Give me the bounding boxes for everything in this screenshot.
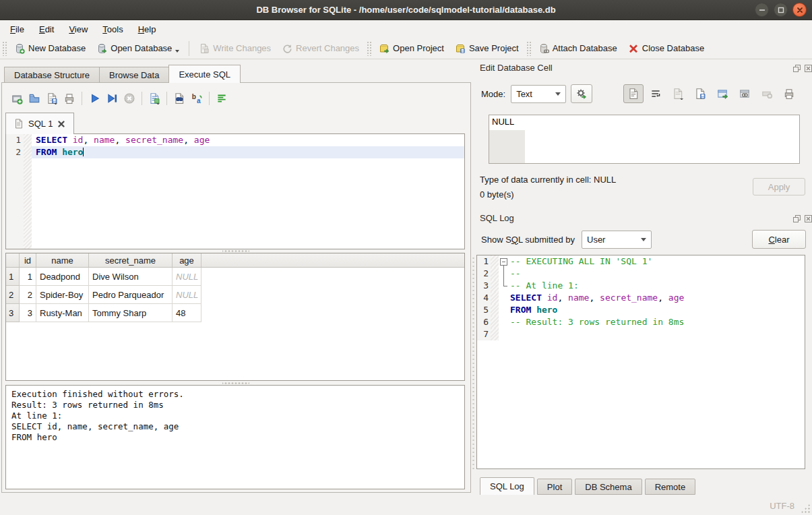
print-cell-icon[interactable] (779, 84, 799, 103)
table-cell[interactable]: 48 (173, 304, 201, 322)
sql-editor-tab[interactable]: SQL 1 (5, 113, 74, 134)
save-sql-icon[interactable] (44, 90, 60, 107)
write-changes-icon (199, 43, 210, 54)
find-icon[interactable] (171, 90, 187, 107)
mode-select[interactable]: Text (511, 85, 566, 103)
tab-database-structure[interactable]: Database Structure (4, 67, 100, 83)
print-icon[interactable] (61, 90, 77, 107)
line-number: 1 (477, 255, 491, 268)
log-line: 1-- EXECUTING ALL IN 'SQL 1' (477, 255, 805, 268)
table-cell[interactable]: 1 (20, 268, 36, 286)
results-header-row: idnamesecret_nameage (6, 253, 464, 268)
editor-line[interactable]: 2FROM hero (6, 146, 464, 158)
window-title: DB Browser for SQLite - /home/user/code/… (256, 5, 555, 15)
export-to-file-icon[interactable] (690, 84, 710, 103)
toolbar-button-label: Close Database (642, 43, 705, 53)
row-number: 3 (6, 304, 20, 322)
tab-sql-log[interactable]: SQL Log (480, 477, 534, 495)
text-mode-icon[interactable] (623, 84, 644, 103)
close-icon[interactable] (792, 3, 807, 17)
tab-remote[interactable]: Remote (645, 479, 696, 495)
dropdown-arrow-icon[interactable] (175, 50, 179, 53)
toolbar-button-label: Open Project (393, 43, 444, 53)
edit-link-icon[interactable] (735, 84, 755, 103)
apply-settings-button[interactable] (571, 84, 592, 103)
open-sql-icon[interactable] (26, 90, 42, 107)
sql-editor[interactable]: 1SELECT id, name, secret_name, age2FROM … (5, 133, 465, 249)
table-cell[interactable]: 2 (20, 286, 36, 304)
tab-label: SQL Log (490, 481, 524, 491)
toolbar-separator (142, 92, 142, 105)
resize-grip[interactable] (801, 504, 810, 513)
minimize-icon[interactable] (755, 3, 769, 17)
log-line: 6-- Result: 3 rows returned in 8ms (477, 316, 805, 328)
execute-all-icon[interactable] (86, 90, 102, 107)
menu-item-view[interactable]: View (61, 22, 95, 37)
log-line: 3-- At line 1: (477, 280, 805, 292)
table-cell[interactable]: Tommy Sharp (89, 304, 173, 322)
table-cell[interactable]: NULL (173, 286, 201, 304)
open-in-external-app-icon[interactable] (712, 84, 732, 103)
close-panel-icon[interactable] (803, 63, 812, 73)
db-close-icon (628, 43, 639, 54)
tab-label: Remote (655, 482, 686, 492)
column-header-id[interactable]: id (20, 253, 36, 267)
menu-item-help[interactable]: Help (131, 22, 164, 37)
table-cell[interactable]: Spider-Boy (36, 286, 89, 304)
tab-plot[interactable]: Plot (537, 479, 572, 495)
app-window: DB Browser for SQLite - /home/user/code/… (0, 0, 812, 515)
tab-label: Database Structure (14, 70, 90, 80)
fold-marker[interactable] (499, 255, 509, 268)
maximize-icon[interactable] (774, 3, 788, 17)
log-line-text: SELECT id, name, secret_name, age (509, 292, 805, 304)
export-results-icon[interactable] (146, 90, 162, 107)
svg-text:b: b (192, 93, 196, 100)
execute-current-line-icon[interactable] (104, 90, 120, 107)
table-cell[interactable]: Rusty-Man (36, 304, 89, 322)
dock-splitter[interactable] (472, 256, 475, 469)
db-open-icon (96, 43, 107, 54)
attach-database-button[interactable]: Attach Database (533, 40, 623, 57)
toolbar-handle (526, 41, 531, 56)
format-sql-icon[interactable] (214, 90, 230, 107)
log-filter-select[interactable]: User (582, 231, 652, 249)
tab-execute-sql[interactable]: Execute SQL (168, 65, 241, 83)
clear-log-button[interactable]: Clear (752, 230, 806, 249)
menu-item-edit[interactable]: Edit (32, 22, 61, 37)
table-cell[interactable]: Deadpond (36, 268, 89, 286)
menu-item-file[interactable]: File (3, 22, 32, 37)
table-cell[interactable]: 3 (20, 304, 36, 322)
sql-tab-label: SQL 1 (28, 119, 53, 129)
table-cell[interactable]: Dive Wilson (89, 268, 173, 286)
word-wrap-icon[interactable] (646, 84, 666, 103)
editor-line[interactable]: 1SELECT id, name, secret_name, age (6, 134, 464, 146)
log-filter-label: Show SQL submitted by (481, 235, 575, 245)
tab-label: DB Schema (585, 482, 631, 492)
cell-value-editor[interactable]: NULL (489, 115, 800, 164)
float-panel-icon[interactable] (792, 63, 801, 73)
tab-db-schema[interactable]: DB Schema (575, 479, 642, 495)
new-database-button[interactable]: New Database (9, 40, 91, 57)
close-database-button[interactable]: Close Database (623, 40, 710, 57)
sql-tab-close-icon[interactable] (57, 120, 65, 128)
save-project-button[interactable]: Save Project (449, 40, 524, 57)
results-table[interactable]: idnamesecret_nameage11DeadpondDive Wilso… (5, 253, 465, 381)
titlebar[interactable]: DB Browser for SQLite - /home/user/code/… (0, 0, 812, 20)
open-database-button[interactable]: Open Database (91, 40, 185, 57)
column-header-secret_name[interactable]: secret_name (89, 253, 173, 267)
column-header-age[interactable]: age (173, 253, 201, 267)
fold-margin (24, 146, 32, 158)
db-attach-icon (538, 43, 549, 54)
find-replace-icon[interactable]: ba (189, 90, 205, 107)
toolbar-button-label: New Database (28, 43, 86, 53)
float-panel-icon[interactable] (792, 214, 801, 223)
table-cell[interactable]: Pedro Parqueador (89, 286, 173, 304)
sql-file-icon (14, 119, 24, 129)
close-panel-icon[interactable] (803, 214, 812, 223)
open-project-button[interactable]: Open Project (373, 40, 449, 57)
menu-item-tools[interactable]: Tools (95, 22, 130, 37)
tab-browse-data[interactable]: Browse Data (99, 67, 169, 83)
column-header-name[interactable]: name (36, 253, 89, 267)
new-tab-icon[interactable] (9, 90, 25, 107)
table-cell[interactable]: NULL (173, 268, 201, 286)
